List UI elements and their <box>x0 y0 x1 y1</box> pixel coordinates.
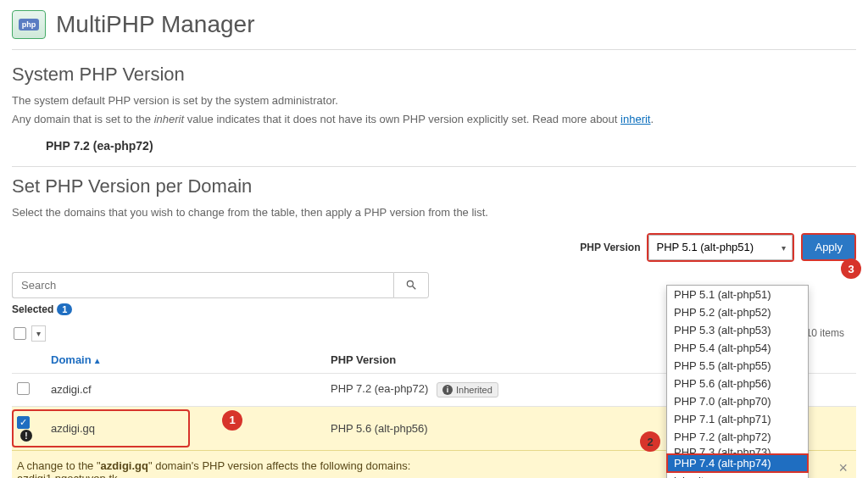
callout-2: 2 <box>640 431 660 452</box>
php-version-select[interactable]: PHP 5.1 (alt-php51) <box>648 235 793 260</box>
page-header: php MultiPHP Manager <box>12 0 856 50</box>
dropdown-option[interactable]: PHP 7.2 (alt-php72) <box>667 428 808 446</box>
dropdown-option[interactable]: PHP 7.0 (alt-php70) <box>667 392 808 410</box>
system-desc-2: Any domain that is set to the inherit va… <box>12 111 856 128</box>
php-version-select-wrap: PHP 5.1 (alt-php51) ▾ <box>647 233 794 262</box>
system-desc-1: The system default PHP version is set by… <box>12 92 856 109</box>
apply-toolbar: PHP Version PHP 5.1 (alt-php51) ▾ Apply … <box>12 233 856 262</box>
dropdown-option[interactable]: PHP 5.4 (alt-php54) <box>667 339 808 357</box>
search-button[interactable] <box>393 272 429 298</box>
dropdown-option[interactable]: PHP 7.1 (alt-php71) <box>667 410 808 428</box>
row-checkbox[interactable] <box>17 382 30 395</box>
system-version-heading: System PHP Version <box>12 64 856 86</box>
row-checkbox[interactable]: ✓ <box>17 416 30 429</box>
sort-asc-icon: ▲ <box>93 356 102 365</box>
inherited-badge: iInherited <box>437 382 498 397</box>
select-all-dropdown[interactable]: ▾ <box>31 325 46 342</box>
dropdown-option-selected[interactable]: PHP 7.4 (alt-php74) <box>667 454 808 472</box>
close-icon[interactable]: × <box>838 459 848 477</box>
col-domain[interactable]: Domain▲ <box>46 347 326 374</box>
per-domain-desc: Select the domains that you wish to chan… <box>12 204 856 221</box>
dropdown-option[interactable]: PHP 5.5 (alt-php55) <box>667 357 808 375</box>
callout-1: 1 <box>222 410 242 431</box>
dropdown-option[interactable]: PHP 7.3 (alt-php73) <box>667 446 808 454</box>
dropdown-option[interactable]: PHP 5.1 (alt-php51) <box>667 286 808 303</box>
info-icon: i <box>442 385 453 395</box>
php-version-label: PHP Version <box>580 242 640 253</box>
php-version-dropdown: 2 PHP 5.1 (alt-php51) PHP 5.2 (alt-php52… <box>666 285 809 478</box>
per-domain-heading: Set PHP Version per Domain <box>12 175 856 197</box>
svg-line-1 <box>413 286 416 290</box>
dropdown-option[interactable]: PHP 5.3 (alt-php53) <box>667 321 808 339</box>
system-php-version: PHP 7.2 (ea-php72) <box>46 139 856 153</box>
inherit-link[interactable]: inherit <box>620 113 650 125</box>
warning-icon: ! <box>20 430 32 442</box>
domain-cell: azdigi.cf <box>46 373 326 406</box>
dropdown-option[interactable]: inherit <box>667 472 808 478</box>
domain-cell: azdigi.gq 1 <box>46 406 326 450</box>
svg-point-0 <box>407 281 413 286</box>
dropdown-option[interactable]: PHP 5.6 (alt-php56) <box>667 375 808 392</box>
page-title: MultiPHP Manager <box>56 11 254 38</box>
search-input[interactable] <box>12 272 393 298</box>
callout-3: 3 <box>841 258 861 279</box>
php-logo-icon: php <box>12 10 46 39</box>
apply-button[interactable]: Apply <box>803 235 854 259</box>
search-icon <box>405 279 417 291</box>
select-all-checkbox[interactable] <box>14 327 26 340</box>
dropdown-option[interactable]: PHP 5.2 (alt-php52) <box>667 303 808 321</box>
